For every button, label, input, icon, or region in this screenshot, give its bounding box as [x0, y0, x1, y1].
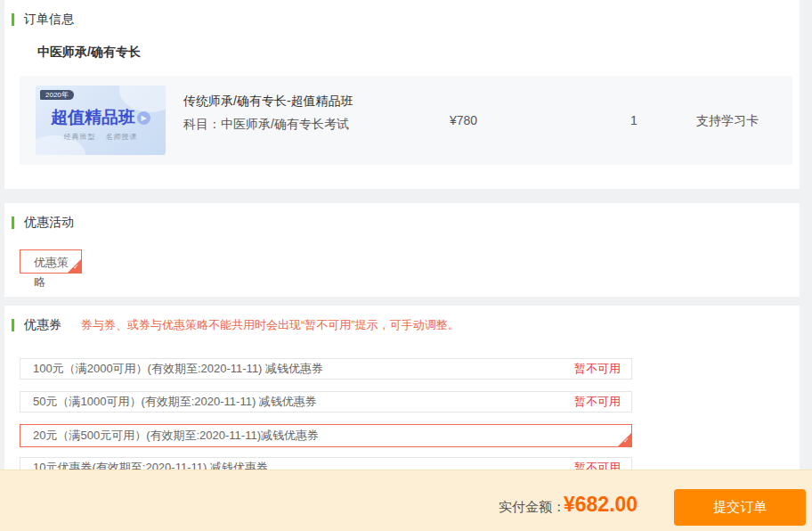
order-info-card: 订单信息 中医师承/确有专长 2020年 超值精品班▶ 经典班型 名师授课 传统…: [4, 0, 800, 189]
selected-check-icon: ✓: [68, 259, 81, 273]
check-icon: ✓: [73, 264, 79, 271]
product-group-title: 中医师承/确有专长: [37, 45, 141, 61]
product-thumbnail[interactable]: 2020年 超值精品班▶ 经典班型 名师授课: [36, 86, 166, 155]
section-marker: [12, 319, 14, 331]
promo-policy-label: 优惠策略: [20, 250, 72, 292]
coupon-label: 20元（满500元可用）(有效期至:2020-11-11)减钱优惠券: [33, 428, 319, 444]
order-info-title: 订单信息: [24, 12, 74, 28]
product-name: 传统师承/确有专长-超值精品班: [183, 92, 353, 110]
thumb-title: 超值精品班▶: [36, 106, 166, 129]
coupon-unavailable-badge: 暂不可用: [574, 361, 621, 377]
section-marker: [12, 13, 14, 26]
coupon-row-20-selected[interactable]: 20元（满500元可用）(有效期至:2020-11-11)减钱优惠券 ✓: [20, 424, 632, 447]
coupon-row-100[interactable]: 100元（满2000可用）(有效期至:2020-11-11) 减钱优惠券 暂不可…: [20, 358, 632, 380]
product-price: ¥780: [450, 113, 477, 127]
coupon-unavailable-badge: 暂不可用: [574, 394, 621, 410]
payable-label: 实付金额：: [499, 499, 565, 516]
order-info-header: 订单信息: [4, 0, 800, 28]
coupon-row-50[interactable]: 50元（满1000可用）(有效期至:2020-11-11) 减钱优惠券 暂不可用: [20, 391, 632, 413]
check-icon: ✓: [623, 437, 629, 445]
section-marker: [12, 216, 14, 229]
coupons-title: 优惠券: [24, 317, 61, 333]
thumb-title-text: 超值精品班: [51, 108, 135, 127]
coupon-label: 50元（满1000可用）(有效期至:2020-11-11) 减钱优惠券: [33, 394, 317, 410]
product-row: 2020年 超值精品班▶ 经典班型 名师授课 传统师承/确有专长-超值精品班 科…: [20, 76, 792, 165]
coupons-header: 优惠券 券与券、或券与优惠策略不能共用时会出现“暂不可用”提示，可手动调整。: [4, 306, 800, 333]
product-info: 传统师承/确有专长-超值精品班 科目：中医师承/确有专长考试: [183, 86, 353, 155]
year-badge: 2020年: [40, 90, 74, 100]
promotions-card: 优惠活动 优惠策略 ✓: [4, 203, 800, 297]
promo-policy-option[interactable]: 优惠策略 ✓: [20, 249, 82, 274]
play-icon: ▶: [137, 111, 150, 125]
product-quantity: 1: [630, 113, 637, 127]
coupons-notice: 券与券、或券与优惠策略不能共用时会出现“暂不可用”提示，可手动调整。: [81, 317, 459, 333]
coupon-label: 100元（满2000可用）(有效期至:2020-11-11) 减钱优惠券: [33, 361, 323, 377]
promotions-title: 优惠活动: [24, 215, 74, 231]
promotions-header: 优惠活动: [4, 203, 800, 231]
submit-order-button[interactable]: 提交订单: [674, 489, 806, 526]
study-card-support-label: 支持学习卡: [696, 113, 759, 129]
selected-check-icon: ✓: [618, 433, 631, 446]
product-subject: 科目：中医师承/确有专长考试: [183, 117, 353, 133]
thumb-subtitle: 经典班型 名师授课: [36, 132, 166, 142]
payable-amount: ¥682.00: [564, 493, 637, 517]
